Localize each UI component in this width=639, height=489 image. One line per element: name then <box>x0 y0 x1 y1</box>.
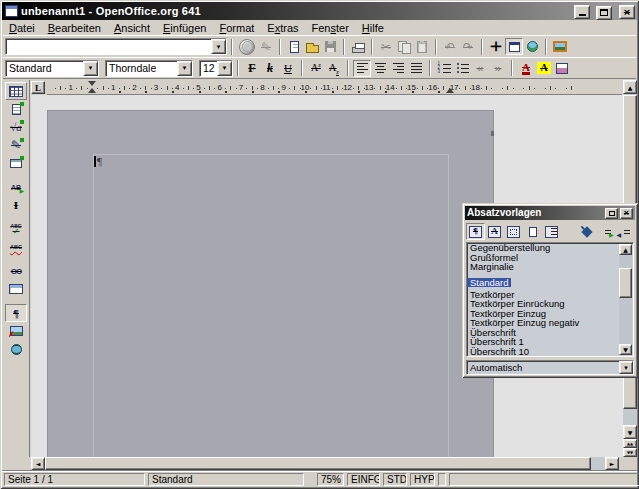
print-button[interactable] <box>349 38 367 55</box>
page-field[interactable]: Seite 1 / 1 <box>4 473 145 486</box>
url-combobox[interactable]: ▼ <box>5 38 227 55</box>
update-style-button[interactable]: ◀ <box>615 223 634 240</box>
insert-fields-button[interactable] <box>5 100 27 118</box>
style-filter-dropdown-button[interactable]: ▼ <box>619 361 633 374</box>
data-sources-button[interactable] <box>5 280 27 298</box>
font-size-dropdown-button[interactable]: ▼ <box>217 61 232 76</box>
hyperlink-mode-field[interactable]: HYP <box>410 473 435 486</box>
nonprinting-characters-button[interactable]: ¶ <box>5 304 27 322</box>
stylist-close-button[interactable]: × <box>620 208 633 219</box>
menu-ansicht[interactable]: Ansicht <box>108 21 157 35</box>
url-dropdown-button[interactable]: ▼ <box>211 39 226 54</box>
font-name-dropdown-button[interactable]: ▼ <box>177 61 192 76</box>
scroll-down-button[interactable]: ▼ <box>623 425 637 439</box>
scroll-up-button[interactable]: ▲ <box>623 80 637 94</box>
style-item[interactable]: Überschrift 2 <box>467 356 633 357</box>
cut-button[interactable]: ✂ <box>377 38 395 55</box>
align-right-button[interactable] <box>389 60 407 77</box>
next-page-button[interactable]: ▼▼ <box>623 448 637 457</box>
fill-format-mode-button[interactable] <box>577 223 596 240</box>
edit-file-button[interactable]: ✎ <box>257 38 275 55</box>
close-button[interactable]: × <box>619 5 635 19</box>
italic-button[interactable]: k <box>261 60 279 77</box>
document-page[interactable]: ¶ <box>47 110 494 457</box>
subscript-button[interactable]: Az <box>325 60 343 77</box>
decrease-indent-button[interactable]: « <box>471 60 489 77</box>
auto-spellcheck-button[interactable]: ABC <box>5 238 27 256</box>
underline-button[interactable]: U <box>279 60 297 77</box>
font-color-button[interactable]: A <box>517 60 535 77</box>
frame-styles-button[interactable] <box>504 223 523 240</box>
graphics-on-off-button[interactable]: ✗ <box>5 322 27 340</box>
save-button[interactable] <box>321 38 339 55</box>
menu-datei[interactable]: Datei <box>3 21 42 35</box>
stylist-button[interactable] <box>505 38 523 55</box>
navigator-button[interactable]: ✛ <box>487 38 505 55</box>
selection-mode-field[interactable]: STD <box>383 473 407 486</box>
zoom-field[interactable]: 75% <box>317 473 344 486</box>
menu-extras[interactable]: Extras <box>261 21 305 35</box>
edit-autotext-button[interactable]: AB▶ <box>5 178 27 196</box>
align-left-button[interactable] <box>353 60 371 77</box>
scroll-left-button[interactable]: ◄ <box>31 457 45 470</box>
redo-button[interactable]: ↷ <box>459 38 477 55</box>
scroll-right-button[interactable]: ► <box>605 457 619 470</box>
menu-hilfe[interactable]: Hilfe <box>356 21 391 35</box>
horizontal-scroll-thumb[interactable] <box>45 457 591 470</box>
direct-cursor-button[interactable]: I <box>5 196 27 214</box>
highlighting-button[interactable]: A <box>535 60 553 77</box>
online-layout-button[interactable] <box>5 340 27 358</box>
stylist-rollup-button[interactable] <box>605 208 618 219</box>
bullets-button[interactable] <box>453 60 471 77</box>
style-list[interactable]: GegenüberstellungGrußformelMarginalieSta… <box>466 242 634 357</box>
status-empty-small[interactable] <box>438 473 446 486</box>
style-item[interactable]: Marginalie <box>467 262 633 272</box>
font-size-combobox[interactable]: 12 ▼ <box>199 60 233 77</box>
stylist-window[interactable]: Absatzvorlagen × ¶A▶◀ GegenüberstellungG… <box>462 203 638 378</box>
page-styles-button[interactable] <box>523 223 542 240</box>
horizontal-ruler[interactable]: 1123456789101112131415161718 <box>47 80 622 95</box>
left-indent-marker[interactable] <box>88 81 96 86</box>
right-indent-marker[interactable] <box>446 88 454 93</box>
copy-button[interactable] <box>395 38 413 55</box>
bold-button[interactable]: F <box>243 60 261 77</box>
new-style-from-selection-button[interactable]: ▶ <box>596 223 615 240</box>
paste-button[interactable] <box>413 38 431 55</box>
menu-einfgen[interactable]: Einfügen <box>157 21 213 35</box>
hyperlink-dialog-button[interactable] <box>523 38 541 55</box>
previous-page-button[interactable]: ▲▲ <box>623 439 637 448</box>
undo-button[interactable]: ↶ <box>441 38 459 55</box>
page-style-field[interactable]: Standard <box>148 473 304 486</box>
menu-bearbeiten[interactable]: Bearbeiten <box>42 21 108 35</box>
style-filter-combobox[interactable]: Automatisch ▼ <box>466 360 634 375</box>
menu-format[interactable]: Format <box>213 21 261 35</box>
paragraph-style-combobox[interactable]: Standard ▼ <box>5 60 99 77</box>
left-indent-marker[interactable] <box>88 88 96 93</box>
style-list-scroll-thumb[interactable] <box>619 268 632 298</box>
minimize-button[interactable] <box>574 5 590 19</box>
increase-indent-button[interactable]: » <box>489 60 507 77</box>
numbering-button[interactable] <box>435 60 453 77</box>
spellcheck-button[interactable]: ABC✓ <box>5 220 27 238</box>
tab-type-button[interactable]: L <box>31 81 45 94</box>
style-list-scroll-down-button[interactable]: ▼ <box>619 344 632 355</box>
menu-fenster[interactable]: Fenster <box>306 21 356 35</box>
find-replace-button[interactable]: OO <box>5 262 27 280</box>
justify-button[interactable] <box>407 60 425 77</box>
paragraph-background-button[interactable] <box>553 60 571 77</box>
open-button[interactable] <box>303 38 321 55</box>
style-list-scroll-up-button[interactable]: ▲ <box>619 244 632 255</box>
horizontal-scrollbar[interactable]: ◄ ► <box>31 457 619 470</box>
insert-button[interactable] <box>5 82 27 100</box>
insert-objects-button[interactable]: √a <box>5 118 27 136</box>
align-center-button[interactable] <box>371 60 389 77</box>
font-name-combobox[interactable]: Thorndale ▼ <box>105 60 193 77</box>
numbering-styles-button[interactable] <box>542 223 561 240</box>
status-empty-large[interactable] <box>449 473 639 486</box>
draw-functions-button[interactable]: ✎ <box>5 136 27 154</box>
style-item[interactable]: Standard <box>467 278 511 288</box>
title-bar[interactable]: unbenannt1 - OpenOffice.org 641 × <box>2 2 637 20</box>
style-list-scrollbar[interactable]: ▲▼ <box>619 244 632 355</box>
maximize-button[interactable] <box>596 6 612 20</box>
superscript-button[interactable]: Az <box>307 60 325 77</box>
